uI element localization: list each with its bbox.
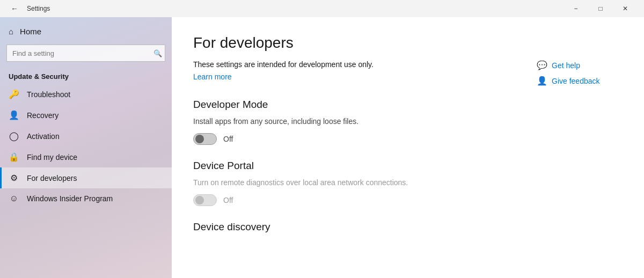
sidebar: ⌂ Home 🔍 Update & Security 🔑 Troubleshoo… bbox=[0, 17, 172, 278]
for-developers-icon: ⚙ bbox=[9, 173, 19, 183]
give-feedback-link[interactable]: 👤 Give feedback bbox=[537, 76, 623, 86]
developer-mode-desc: Install apps from any source, including … bbox=[193, 117, 623, 126]
sidebar-home-label: Home bbox=[20, 27, 41, 36]
description-row: These settings are intended for developm… bbox=[193, 60, 623, 86]
maximize-button[interactable]: □ bbox=[588, 0, 613, 17]
developer-mode-heading: Developer Mode bbox=[193, 99, 623, 111]
sidebar-item-label: For developers bbox=[27, 174, 77, 182]
search-icon: 🔍 bbox=[153, 49, 162, 57]
sidebar-search-container: 🔍 bbox=[6, 45, 165, 62]
sidebar-item-for-developers[interactable]: ⚙ For developers bbox=[0, 167, 172, 188]
learn-more-link[interactable]: Learn more bbox=[193, 72, 232, 81]
get-help-icon: 💬 bbox=[537, 60, 547, 70]
minimize-button[interactable]: − bbox=[564, 0, 588, 17]
sidebar-item-label: Recovery bbox=[27, 111, 58, 120]
back-button[interactable]: ← bbox=[6, 1, 23, 17]
device-portal-toggle-row: Off bbox=[193, 194, 623, 206]
device-portal-toggle-knob bbox=[195, 196, 204, 204]
windows-insider-icon: ☺ bbox=[9, 194, 19, 203]
find-my-device-icon: 🔒 bbox=[9, 152, 19, 162]
sidebar-item-label: Activation bbox=[27, 132, 60, 141]
device-portal-desc: Turn on remote diagnostics over local ar… bbox=[193, 178, 623, 187]
give-feedback-icon: 👤 bbox=[537, 76, 547, 86]
search-input[interactable] bbox=[6, 45, 165, 62]
titlebar-title: Settings bbox=[27, 5, 50, 12]
developer-mode-toggle-row: Off bbox=[193, 133, 623, 145]
help-links: 💬 Get help 👤 Give feedback bbox=[537, 60, 623, 86]
home-icon: ⌂ bbox=[9, 27, 13, 36]
sidebar-item-find-my-device[interactable]: 🔒 Find my device bbox=[0, 147, 172, 167]
close-button[interactable]: ✕ bbox=[613, 0, 638, 17]
developer-mode-toggle[interactable] bbox=[193, 133, 217, 145]
recovery-icon: 👤 bbox=[9, 110, 19, 120]
main-content: For developers These settings are intend… bbox=[172, 17, 644, 278]
description-text: These settings are intended for developm… bbox=[193, 60, 537, 69]
sidebar-item-label: Troubleshoot bbox=[27, 90, 70, 99]
device-portal-toggle-label: Off bbox=[223, 196, 233, 204]
sidebar-section-title: Update & Security bbox=[0, 68, 172, 84]
device-discovery-heading: Device discovery bbox=[193, 221, 623, 233]
sidebar-item-label: Windows Insider Program bbox=[27, 194, 113, 203]
sidebar-item-activation[interactable]: ◯ Activation bbox=[0, 126, 172, 147]
developer-mode-toggle-label: Off bbox=[223, 135, 233, 143]
titlebar: ← Settings − □ ✕ bbox=[0, 0, 644, 17]
device-portal-toggle bbox=[193, 194, 217, 206]
activation-icon: ◯ bbox=[9, 131, 19, 141]
desc-left: These settings are intended for developm… bbox=[193, 60, 537, 82]
sidebar-item-home[interactable]: ⌂ Home bbox=[0, 21, 172, 41]
give-feedback-label: Give feedback bbox=[552, 77, 600, 85]
sidebar-item-recovery[interactable]: 👤 Recovery bbox=[0, 105, 172, 126]
sidebar-item-windows-insider[interactable]: ☺ Windows Insider Program bbox=[0, 188, 172, 209]
get-help-label: Get help bbox=[552, 61, 580, 70]
device-portal-heading: Device Portal bbox=[193, 160, 623, 172]
page-title: For developers bbox=[193, 34, 623, 52]
app-body: ⌂ Home 🔍 Update & Security 🔑 Troubleshoo… bbox=[0, 17, 644, 278]
developer-mode-toggle-knob bbox=[195, 135, 204, 143]
troubleshoot-icon: 🔑 bbox=[9, 89, 19, 99]
sidebar-item-troubleshoot[interactable]: 🔑 Troubleshoot bbox=[0, 84, 172, 105]
window-controls: − □ ✕ bbox=[564, 0, 638, 17]
get-help-link[interactable]: 💬 Get help bbox=[537, 60, 623, 70]
sidebar-item-label: Find my device bbox=[27, 153, 77, 162]
